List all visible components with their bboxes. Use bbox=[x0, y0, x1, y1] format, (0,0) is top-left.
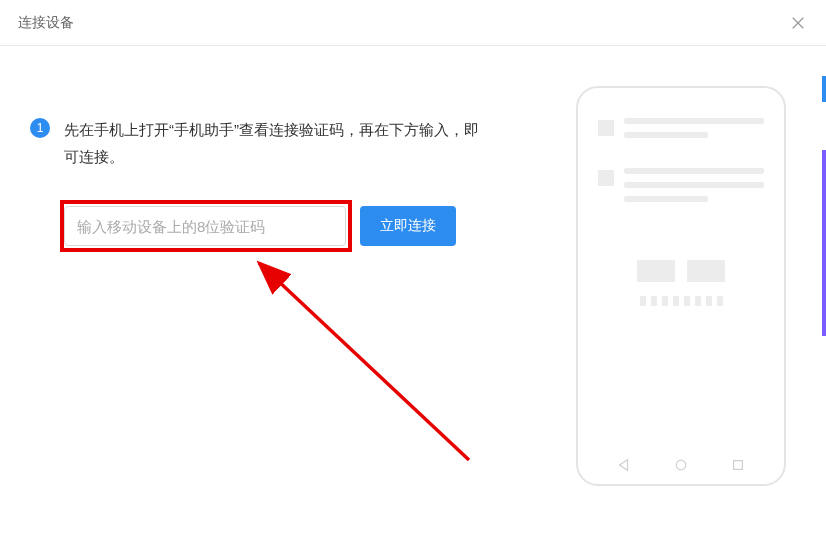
side-marker bbox=[822, 150, 826, 336]
triangle-back-icon bbox=[617, 458, 631, 472]
step-instruction: 先在手机上打开“手机助手”查看连接验证码，再在下方输入，即可连接。 bbox=[64, 116, 484, 170]
side-marker bbox=[822, 76, 826, 102]
close-icon[interactable] bbox=[788, 13, 808, 33]
dialog-title: 连接设备 bbox=[18, 14, 74, 32]
phone-illustration bbox=[576, 86, 786, 486]
svg-rect-4 bbox=[733, 461, 742, 470]
square-recent-icon bbox=[731, 458, 745, 472]
svg-point-3 bbox=[676, 460, 686, 470]
step-badge: 1 bbox=[30, 118, 50, 138]
svg-marker-2 bbox=[620, 460, 628, 471]
circle-home-icon bbox=[674, 458, 688, 472]
verification-code-input[interactable] bbox=[64, 206, 346, 246]
connect-button[interactable]: 立即连接 bbox=[360, 206, 456, 246]
